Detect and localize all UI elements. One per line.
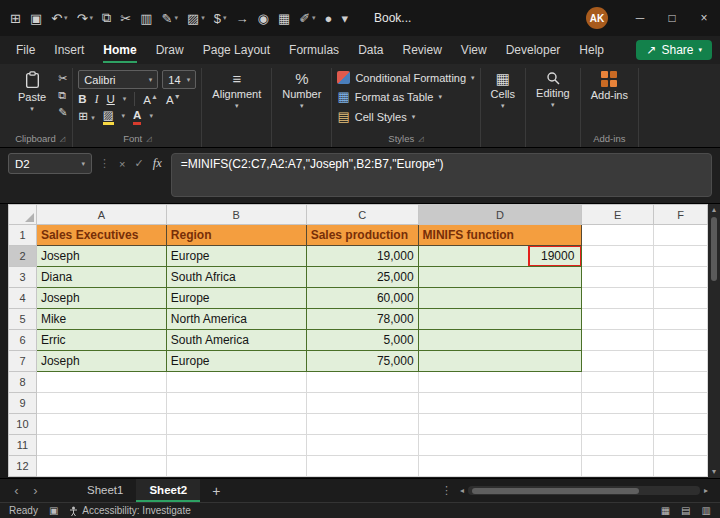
editing-button[interactable]: Editing ▾ bbox=[531, 68, 575, 112]
grow-font-button[interactable]: A▲ bbox=[143, 93, 158, 106]
horizontal-scrollbar[interactable]: ◂ ▸ bbox=[460, 486, 708, 495]
font-size-combo[interactable]: 14 ▾ bbox=[162, 70, 196, 89]
cell-E6[interactable] bbox=[582, 330, 654, 351]
ribbon-tab[interactable]: Review bbox=[402, 37, 441, 63]
column-header-E[interactable]: E bbox=[582, 205, 654, 225]
cell-E3[interactable] bbox=[582, 267, 654, 288]
row-header-7[interactable]: 7 bbox=[9, 351, 37, 372]
cell-F12[interactable] bbox=[654, 456, 708, 477]
column-header-B[interactable]: B bbox=[166, 205, 306, 225]
vertical-scrollbar-thumb[interactable] bbox=[711, 217, 717, 281]
cell-A2[interactable]: Joseph bbox=[36, 246, 166, 267]
row-header-4[interactable]: 4 bbox=[9, 288, 37, 309]
cell-F10[interactable] bbox=[654, 414, 708, 435]
cell-E7[interactable] bbox=[582, 351, 654, 372]
ribbon-tab[interactable]: Page Layout bbox=[203, 37, 270, 63]
ribbon-tab[interactable]: Data bbox=[358, 37, 383, 63]
cell-B1[interactable]: Region bbox=[166, 225, 306, 246]
cell-B5[interactable]: North America bbox=[166, 309, 306, 330]
draw-pen-icon[interactable]: ✐▾ bbox=[299, 11, 315, 26]
dialog-launcher-icon[interactable]: ◿ bbox=[146, 135, 151, 143]
vertical-scrollbar[interactable]: ▴ ▾ bbox=[708, 204, 720, 478]
cell-A11[interactable] bbox=[36, 435, 166, 456]
ribbon-tab[interactable]: Developer bbox=[506, 37, 561, 63]
normal-view-icon[interactable]: ▦ bbox=[661, 506, 670, 516]
cell-B11[interactable] bbox=[166, 435, 306, 456]
cells-button[interactable]: ▦ Cells ▾ bbox=[486, 68, 520, 113]
arrow-icon[interactable]: → bbox=[236, 11, 249, 26]
minimize-button[interactable]: ─ bbox=[624, 0, 656, 36]
format-painter-icon[interactable]: ✎▾ bbox=[162, 11, 178, 26]
formula-input[interactable]: =MINIFS(C2:C7,A2:A7,"Joseph",B2:B7,"Euro… bbox=[171, 153, 712, 197]
cell-B6[interactable]: South America bbox=[166, 330, 306, 351]
page-break-view-icon[interactable]: ▥ bbox=[702, 506, 711, 516]
cell-C3[interactable]: 25,000 bbox=[306, 267, 418, 288]
avatar[interactable]: AK bbox=[586, 7, 608, 29]
currency-format-icon[interactable]: $▾ bbox=[214, 11, 227, 26]
sheet-tab[interactable]: Sheet1 bbox=[74, 479, 136, 502]
cell-F11[interactable] bbox=[654, 435, 708, 456]
cell-A9[interactable] bbox=[36, 393, 166, 414]
row-header-1[interactable]: 1 bbox=[9, 225, 37, 246]
quick-access-menu-icon[interactable]: ⊞ bbox=[10, 11, 21, 26]
alignment-button[interactable]: ≡ Alignment ▾ bbox=[207, 68, 266, 113]
ribbon-tab[interactable]: Help bbox=[579, 37, 604, 63]
cell-F5[interactable] bbox=[654, 309, 708, 330]
cell-D5[interactable] bbox=[418, 309, 582, 330]
cell-B9[interactable] bbox=[166, 393, 306, 414]
scroll-up-icon[interactable]: ▴ bbox=[712, 206, 716, 214]
cell-B8[interactable] bbox=[166, 372, 306, 393]
cell-F9[interactable] bbox=[654, 393, 708, 414]
cell-F4[interactable] bbox=[654, 288, 708, 309]
cell-B2[interactable]: Europe bbox=[166, 246, 306, 267]
scroll-right-icon[interactable]: ▸ bbox=[704, 486, 708, 495]
cell-B10[interactable] bbox=[166, 414, 306, 435]
shrink-font-button[interactable]: A▼ bbox=[166, 93, 181, 106]
cell-E4[interactable] bbox=[582, 288, 654, 309]
cell-A5[interactable]: Mike bbox=[36, 309, 166, 330]
paste-button[interactable]: Paste ▾ bbox=[13, 68, 51, 116]
ribbon-tab[interactable]: Formulas bbox=[289, 37, 339, 63]
cell-A8[interactable] bbox=[36, 372, 166, 393]
maximize-button[interactable]: □ bbox=[656, 0, 688, 36]
share-button[interactable]: ↗ Share ▾ bbox=[636, 40, 712, 60]
cell-C2[interactable]: 19,000 bbox=[306, 246, 418, 267]
row-header-6[interactable]: 6 bbox=[9, 330, 37, 351]
cell-F6[interactable] bbox=[654, 330, 708, 351]
cell-A4[interactable]: Joseph bbox=[36, 288, 166, 309]
cell-F8[interactable] bbox=[654, 372, 708, 393]
scroll-down-icon[interactable]: ▾ bbox=[712, 468, 716, 476]
page-layout-view-icon[interactable]: ▤ bbox=[681, 506, 690, 516]
row-header-8[interactable]: 8 bbox=[9, 372, 37, 393]
enter-icon[interactable]: ✓ bbox=[134, 157, 143, 170]
cell-C1[interactable]: Sales production bbox=[306, 225, 418, 246]
row-header-11[interactable]: 11 bbox=[9, 435, 37, 456]
number-button[interactable]: % Number ▾ bbox=[277, 68, 326, 113]
cell-C9[interactable] bbox=[306, 393, 418, 414]
column-header-C[interactable]: C bbox=[306, 205, 418, 225]
conditional-formatting-button[interactable]: Conditional Formatting ▾ bbox=[337, 71, 474, 84]
cell-E5[interactable] bbox=[582, 309, 654, 330]
cell-D7[interactable] bbox=[418, 351, 582, 372]
row-header-10[interactable]: 10 bbox=[9, 414, 37, 435]
dialog-launcher-icon[interactable]: ◿ bbox=[418, 135, 423, 143]
cell-D10[interactable] bbox=[418, 414, 582, 435]
ribbon-tab[interactable]: View bbox=[461, 37, 487, 63]
cell-E9[interactable] bbox=[582, 393, 654, 414]
cell-C11[interactable] bbox=[306, 435, 418, 456]
ribbon-tab[interactable]: Home bbox=[103, 37, 136, 63]
cell-D12[interactable] bbox=[418, 456, 582, 477]
cell-D6[interactable] bbox=[418, 330, 582, 351]
chart-icon[interactable]: ▥ bbox=[140, 11, 152, 26]
cell-C12[interactable] bbox=[306, 456, 418, 477]
row-header-2[interactable]: 2 bbox=[9, 246, 37, 267]
italic-button[interactable]: I bbox=[95, 93, 99, 105]
font-color-button[interactable]: A bbox=[133, 110, 141, 122]
new-sheet-button[interactable]: + bbox=[212, 483, 220, 499]
cell-D2[interactable]: 19000 bbox=[418, 246, 582, 267]
cell-D4[interactable] bbox=[418, 288, 582, 309]
cell-C8[interactable] bbox=[306, 372, 418, 393]
cell-F3[interactable] bbox=[654, 267, 708, 288]
column-header-F[interactable]: F bbox=[654, 205, 708, 225]
cell-A7[interactable]: Joseph bbox=[36, 351, 166, 372]
